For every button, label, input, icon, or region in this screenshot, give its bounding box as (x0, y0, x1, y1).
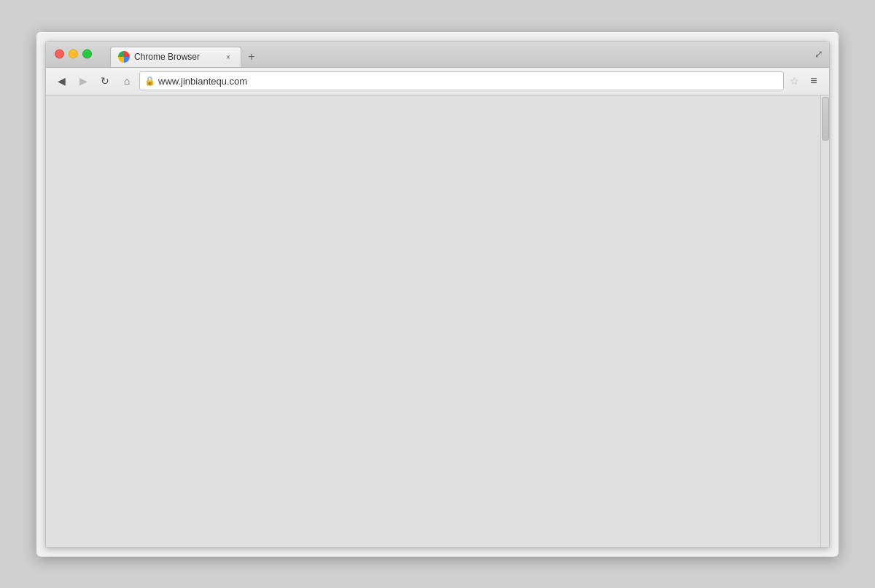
content-area (46, 95, 829, 547)
tab-close-button[interactable]: × (223, 52, 233, 62)
close-button[interactable] (55, 50, 64, 59)
bookmark-button[interactable]: ☆ (787, 74, 801, 88)
expand-button[interactable]: ⤢ (814, 48, 823, 60)
menu-button[interactable]: ≡ (804, 71, 823, 90)
home-button[interactable]: ⌂ (117, 71, 136, 90)
scrollbar[interactable] (820, 95, 829, 547)
forward-button[interactable]: ▶ (74, 71, 93, 90)
tab-title: Chrome Browser (134, 52, 219, 62)
scrollbar-thumb[interactable] (822, 97, 829, 141)
maximize-button[interactable] (82, 50, 92, 59)
back-button[interactable]: ◀ (52, 71, 71, 90)
title-bar: Chrome Browser × + ⤢ (46, 42, 829, 68)
browser-window: Chrome Browser × + ⤢ ◀ ▶ ↻ ⌂ 🔒 ☆ ≡ (45, 41, 830, 548)
nav-bar: ◀ ▶ ↻ ⌂ 🔒 ☆ ≡ (46, 68, 829, 95)
new-tab-button[interactable]: + (244, 50, 259, 64)
active-tab[interactable]: Chrome Browser × (110, 47, 241, 67)
window-controls (55, 50, 92, 59)
tab-bar: Chrome Browser × + (110, 42, 259, 67)
address-input[interactable] (158, 76, 779, 87)
tab-favicon (118, 51, 130, 63)
outer-frame: Chrome Browser × + ⤢ ◀ ▶ ↻ ⌂ 🔒 ☆ ≡ (36, 32, 839, 557)
minimize-button[interactable] (69, 50, 78, 59)
reload-button[interactable]: ↻ (96, 71, 114, 90)
address-secure-icon: 🔒 (144, 76, 155, 86)
address-bar-container[interactable]: 🔒 (139, 71, 784, 90)
